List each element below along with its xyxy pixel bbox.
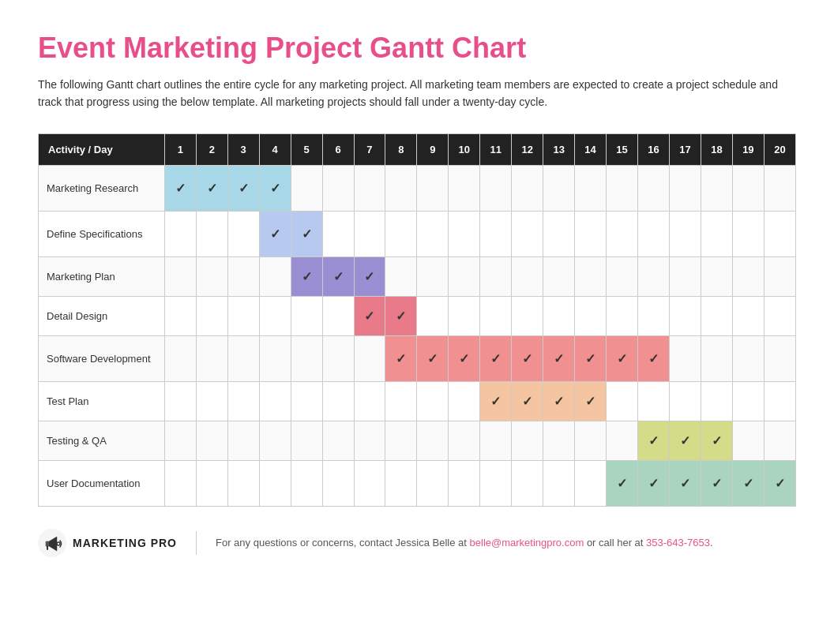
day-cell <box>417 460 449 506</box>
activity-cell-3: Detail Design <box>39 296 165 335</box>
table-row: Marketing Plan✓✓✓ <box>39 256 796 296</box>
day-cell <box>385 381 417 421</box>
check-mark: ✓ <box>554 352 564 365</box>
day-cell <box>227 460 259 506</box>
day-cell: ✓ <box>607 460 638 506</box>
day-cell <box>638 296 670 335</box>
day-cell <box>449 165 480 211</box>
day-cell: ✓ <box>480 381 512 421</box>
megaphone-icon <box>38 529 66 557</box>
day-cell <box>607 256 638 296</box>
footer: MARKETING PRO For any questions or conce… <box>38 529 796 557</box>
day-cell <box>354 460 385 506</box>
day-cell: ✓ <box>385 296 417 335</box>
day-cell <box>480 165 512 211</box>
day-cell <box>607 211 638 256</box>
day-cell <box>259 381 291 421</box>
day-cell <box>196 421 227 460</box>
day-cell <box>701 256 732 296</box>
day-cell <box>480 460 512 506</box>
day-cell <box>669 335 701 381</box>
day-cell <box>196 256 227 296</box>
day-cell <box>449 256 480 296</box>
check-mark: ✓ <box>712 434 722 447</box>
page-title: Event Marketing Project Gantt Chart <box>38 32 796 65</box>
check-mark: ✓ <box>396 309 406 323</box>
day-cell <box>575 211 607 256</box>
day-cell <box>164 335 196 381</box>
day-cell <box>669 256 701 296</box>
day-cell <box>354 165 385 211</box>
activity-cell-7: User Documentation <box>39 460 165 506</box>
contact-phone-link[interactable]: 353-643-7653 <box>646 537 710 549</box>
day-cell <box>227 335 259 381</box>
day-cell <box>732 421 764 460</box>
day-cell <box>764 256 795 296</box>
day-cell <box>354 381 385 421</box>
activity-cell-4: Software Development <box>39 335 165 381</box>
day-cell <box>196 211 227 256</box>
day-cell <box>322 421 354 460</box>
day-cell <box>291 335 322 381</box>
day-cell <box>543 460 575 506</box>
day-cell <box>164 256 196 296</box>
day-cell <box>575 296 607 335</box>
day-cell <box>322 211 354 256</box>
day-cell: ✓ <box>480 335 512 381</box>
day-cell <box>164 460 196 506</box>
day-cell: ✓ <box>669 460 701 506</box>
day-cell: ✓ <box>196 165 227 211</box>
day-header-8: 8 <box>385 133 417 165</box>
day-cell <box>449 211 480 256</box>
check-mark: ✓ <box>648 477 659 490</box>
table-row: Test Plan✓✓✓✓ <box>39 381 796 421</box>
day-cell <box>227 211 259 256</box>
day-header-10: 10 <box>449 133 480 165</box>
day-cell <box>196 296 227 335</box>
day-cell <box>449 296 480 335</box>
activity-header: Activity / Day <box>39 133 165 165</box>
check-mark: ✓ <box>427 352 438 365</box>
day-cell: ✓ <box>669 421 701 460</box>
day-cell: ✓ <box>607 335 638 381</box>
day-cell <box>607 296 638 335</box>
day-cell <box>164 421 196 460</box>
day-cell <box>259 335 291 381</box>
day-cell <box>196 335 227 381</box>
day-header-19: 19 <box>732 133 764 165</box>
day-cell <box>701 381 732 421</box>
contact-email-link[interactable]: belle@marketingpro.com <box>470 537 584 549</box>
check-mark: ✓ <box>302 227 312 241</box>
day-cell <box>227 296 259 335</box>
day-cell <box>764 211 795 256</box>
day-cell <box>638 381 670 421</box>
day-cell <box>669 211 701 256</box>
day-cell <box>512 296 543 335</box>
day-cell <box>512 165 543 211</box>
day-cell <box>607 381 638 421</box>
day-cell <box>259 256 291 296</box>
day-cell <box>480 256 512 296</box>
footer-divider <box>196 531 197 555</box>
day-cell <box>291 421 322 460</box>
day-cell <box>512 421 543 460</box>
day-cell: ✓ <box>575 335 607 381</box>
day-cell <box>322 460 354 506</box>
day-cell: ✓ <box>417 335 449 381</box>
day-cell: ✓ <box>322 256 354 296</box>
check-mark: ✓ <box>364 270 374 283</box>
day-cell: ✓ <box>543 381 575 421</box>
day-cell <box>227 381 259 421</box>
day-cell <box>227 256 259 296</box>
day-cell <box>512 256 543 296</box>
day-cell <box>291 460 322 506</box>
day-cell <box>385 211 417 256</box>
day-cell <box>354 211 385 256</box>
activity-cell-1: Define Specifications <box>39 211 165 256</box>
check-mark: ✓ <box>270 182 280 195</box>
day-cell <box>322 381 354 421</box>
table-row: Testing & QA✓✓✓ <box>39 421 796 460</box>
day-cell <box>543 296 575 335</box>
day-cell <box>385 165 417 211</box>
day-cell <box>417 421 449 460</box>
